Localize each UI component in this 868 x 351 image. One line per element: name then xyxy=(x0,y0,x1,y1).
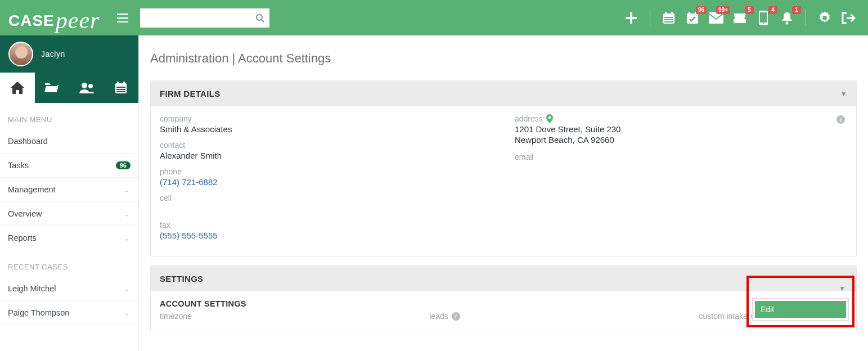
brand-logo[interactable]: CASE peer xyxy=(6,4,105,32)
add-button[interactable] xyxy=(620,7,642,29)
mail-badge: 99+ xyxy=(716,6,730,14)
logout-button[interactable] xyxy=(838,7,859,29)
svg-point-21 xyxy=(763,22,764,24)
svg-rect-2 xyxy=(117,21,128,22)
caret-down-icon[interactable]: ▼ xyxy=(840,90,847,98)
info-icon[interactable]: i xyxy=(452,312,460,321)
sidebar-item-dashboard[interactable]: Dashboard xyxy=(0,129,138,154)
svg-line-4 xyxy=(262,20,264,22)
svg-rect-27 xyxy=(123,82,125,85)
svg-point-22 xyxy=(786,21,789,24)
svg-rect-9 xyxy=(665,12,667,15)
svg-rect-15 xyxy=(689,12,690,15)
search-wrap xyxy=(140,8,269,28)
fax-value[interactable]: (555) 555-5555 xyxy=(160,231,492,240)
page-title: Administration | Account Settings xyxy=(150,51,857,66)
panel-header[interactable]: FIRM DETAILS ▼ xyxy=(151,81,856,106)
svg-rect-11 xyxy=(664,17,673,18)
leads-label: leads i xyxy=(429,312,676,321)
company-label: company xyxy=(160,114,492,123)
timezone-label: timezone xyxy=(160,312,407,321)
brand-part2: peer xyxy=(56,7,100,34)
search-button[interactable] xyxy=(250,8,269,28)
logout-icon xyxy=(841,11,856,25)
svg-rect-1 xyxy=(117,17,128,19)
sidebar-case-item[interactable]: Leigh Mitchel ⌄ xyxy=(0,277,138,301)
panel-menu: Edit xyxy=(752,298,849,321)
hamburger-icon xyxy=(117,14,128,22)
chevron-down-icon: ⌄ xyxy=(123,308,131,317)
notifications-button[interactable]: 1 xyxy=(776,7,798,29)
sidebar-item-tasks[interactable]: Tasks 96 xyxy=(0,154,138,178)
svg-rect-0 xyxy=(117,14,128,15)
chevron-down-icon: ⌄ xyxy=(123,185,131,194)
settings-panel: SETTINGS ▼ ▼ Edit ACCOUNT SETTINGS timez… xyxy=(150,266,857,331)
svg-rect-14 xyxy=(687,14,698,24)
sidebar-item-label: Tasks xyxy=(8,161,29,170)
main-content: Administration | Account Settings FIRM D… xyxy=(139,35,868,351)
company-value: Smith & Associates xyxy=(160,124,492,134)
brand-part1: CASE xyxy=(8,12,55,30)
chevron-down-icon: ⌄ xyxy=(123,209,131,218)
svg-rect-10 xyxy=(671,12,673,15)
svg-rect-26 xyxy=(117,82,119,85)
calendar-icon xyxy=(662,11,676,25)
phone-label: phone xyxy=(160,167,492,176)
phone-button[interactable]: 4 xyxy=(753,7,774,29)
svg-rect-30 xyxy=(116,91,125,92)
svg-rect-29 xyxy=(116,89,125,90)
nav-tab-home[interactable] xyxy=(0,73,35,103)
search-icon xyxy=(255,14,264,22)
folder-open-icon xyxy=(44,82,59,93)
edit-button[interactable]: Edit xyxy=(755,301,846,318)
envelope-icon xyxy=(709,12,723,24)
sidebar-item-label: Dashboard xyxy=(8,137,48,146)
avatar xyxy=(8,42,33,66)
contact-value: Alexander Smith xyxy=(160,151,492,160)
sidebar-item-label: Reports xyxy=(8,233,37,242)
sidebar-case-item[interactable]: Paige Thompson ⌄ xyxy=(0,301,138,325)
user-name: Jaclyn xyxy=(41,50,65,58)
address-line2: Newport Beach, CA 92660 xyxy=(515,135,847,145)
tasks-button[interactable]: 96 xyxy=(682,7,703,29)
sidebar-item-management[interactable]: Management ⌄ xyxy=(0,178,138,202)
svg-point-23 xyxy=(82,83,87,88)
sidebar-item-badge: 96 xyxy=(116,161,131,169)
calendar-icon xyxy=(115,82,127,94)
fax-label: fax xyxy=(160,220,492,230)
sidebar-item-reports[interactable]: Reports ⌄ xyxy=(0,226,138,250)
bell-badge: 1 xyxy=(792,6,801,14)
nav-tab-calendar[interactable] xyxy=(104,73,139,103)
divider xyxy=(806,10,806,26)
mail-button[interactable]: 99+ xyxy=(705,7,727,29)
sidebar: Jaclyn MAIN MENU Dashboard Tasks 96 Man xyxy=(0,35,139,351)
svg-point-24 xyxy=(88,84,93,88)
panel-menu-toggle[interactable]: ▼ xyxy=(752,281,849,296)
svg-rect-6 xyxy=(626,17,637,19)
gear-icon xyxy=(818,11,831,25)
svg-rect-28 xyxy=(116,87,125,88)
address-line1: 1201 Dove Street, Suite 230 xyxy=(515,124,847,134)
calendar-button[interactable] xyxy=(658,7,680,29)
sidebar-item-label: Leigh Mitchel xyxy=(8,284,56,293)
map-pin-icon[interactable] xyxy=(546,114,553,123)
info-icon[interactable]: i xyxy=(836,115,845,124)
inbox-icon xyxy=(732,12,747,24)
phone-value[interactable]: (714) 721-6882 xyxy=(160,177,492,187)
divider xyxy=(650,10,650,26)
menu-section-main: MAIN MENU xyxy=(0,103,138,129)
settings-button[interactable] xyxy=(814,7,835,29)
highlight-box: ▼ Edit xyxy=(746,276,854,327)
plus-icon xyxy=(625,12,637,24)
user-row[interactable]: Jaclyn xyxy=(0,35,138,73)
email-label: email xyxy=(515,152,847,161)
sidebar-toggle-button[interactable] xyxy=(114,9,132,27)
users-icon xyxy=(79,82,95,93)
contact-label: contact xyxy=(160,141,492,150)
sidebar-item-overview[interactable]: Overview ⌄ xyxy=(0,202,138,226)
address-label: address xyxy=(515,114,847,123)
inbox-button[interactable]: 5 xyxy=(729,7,750,29)
svg-point-31 xyxy=(548,116,551,119)
nav-tab-people[interactable] xyxy=(69,73,104,103)
nav-tab-files[interactable] xyxy=(35,73,70,103)
